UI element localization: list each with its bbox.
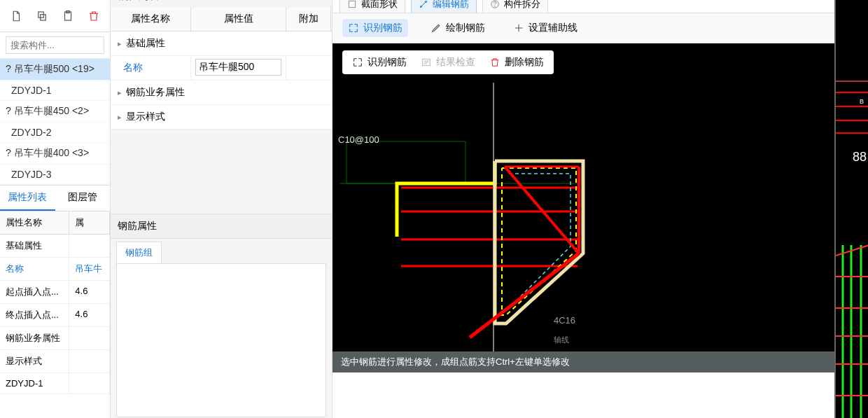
chevron-right-icon: ▸ <box>118 113 122 122</box>
rebar-body <box>116 263 326 417</box>
rebar-anno-2: 4C16 <box>554 315 575 326</box>
svg-rect-4 <box>349 1 355 7</box>
rebar-icon <box>419 0 428 9</box>
row-val[interactable] <box>69 350 110 372</box>
ribbon-label: 识别钢筋 <box>363 22 402 34</box>
svg-rect-12 <box>346 141 465 183</box>
left-toolbar <box>0 0 110 32</box>
chevron-right-icon: ▸ <box>118 88 122 97</box>
tree-item[interactable]: ? 吊车牛腿400 <3> <box>0 143 110 165</box>
prop-label: 名称 <box>111 56 191 80</box>
row-val[interactable]: 吊车牛 <box>69 258 110 280</box>
pencil-icon <box>430 22 442 34</box>
row-label: 显示样式 <box>0 350 69 372</box>
ribbon-set-guides[interactable]: 设置辅助线 <box>507 19 583 37</box>
ribbon-label: 设置辅助线 <box>528 22 578 34</box>
main-tabs: 截面形状 编辑钢筋 构件拆分 <box>332 0 868 13</box>
property-panel: 属性列表 属性名称 属性值 附加 ▸ 基础属性 名称 ▸ 钢筋业务属性 ▸ 显示… <box>111 0 332 418</box>
prop-name-input[interactable] <box>195 59 281 76</box>
shape-icon <box>347 0 357 9</box>
row-val[interactable] <box>69 327 110 349</box>
axis-anno: 轴线 <box>554 335 569 345</box>
row-label: 起点插入点... <box>0 281 69 303</box>
section-base[interactable]: ▸ 基础属性 <box>111 32 332 56</box>
col-header-name: 属性名称 <box>0 211 69 234</box>
section-label: 基础属性 <box>126 37 165 50</box>
rebar-panel: 钢筋属性 钢筋组 <box>111 214 332 417</box>
guide-icon <box>513 22 524 34</box>
left-property-table: 属性名称 属 基础属性 名称吊车牛 起点插入点...4.6 终点插入点...4.… <box>0 211 110 394</box>
row-label: 基础属性 <box>0 235 69 257</box>
new-doc-button[interactable] <box>4 6 27 27</box>
ribbon-recognize-rebar[interactable]: 识别钢筋 <box>342 19 408 37</box>
tree-item[interactable]: ? 吊车牛腿450 <2> <box>0 101 110 123</box>
section-label: 显示样式 <box>126 111 165 123</box>
section-display[interactable]: ▸ 显示样式 <box>111 105 332 130</box>
question-icon <box>490 0 500 9</box>
component-tree: ? 吊车牛腿500 <19> ZDYJD-1 ? 吊车牛腿450 <2> ZDY… <box>0 59 110 185</box>
col-header-ext: 附加 <box>286 7 331 31</box>
property-table-head: 属性名称 属性值 附加 <box>111 7 332 32</box>
col-header-val: 属性值 <box>191 7 286 31</box>
tab-label: 构件拆分 <box>504 0 540 11</box>
svg-text:B: B <box>860 98 864 105</box>
prop-row-name: 名称 <box>111 56 332 81</box>
recognize-icon <box>348 22 359 34</box>
paste-button[interactable] <box>57 6 80 27</box>
tree-item[interactable]: ZDYJD-3 <box>0 165 110 185</box>
col-header-name: 属性名称 <box>111 7 191 31</box>
col-header-val: 属 <box>69 211 110 234</box>
delete-button[interactable] <box>83 6 106 27</box>
tab-section-shape[interactable]: 截面形状 <box>340 0 405 13</box>
component-list-panel: ? 吊车牛腿500 <19> ZDYJD-1 ? 吊车牛腿450 <2> ZDY… <box>0 0 111 418</box>
cad-drawing <box>332 43 836 372</box>
model-view-edge: B 88 <box>834 0 868 418</box>
row-val[interactable] <box>69 373 110 393</box>
tab-properties[interactable]: 属性列表 <box>0 186 55 211</box>
rebar-anno-1: C10@100 <box>338 134 379 145</box>
tab-layers[interactable]: 图层管 <box>55 186 111 211</box>
panel-title: 属性列表 <box>119 0 158 3</box>
tab-edit-rebar[interactable]: 编辑钢筋 <box>411 0 477 13</box>
search-input[interactable] <box>6 36 104 54</box>
section-rebar[interactable]: ▸ 钢筋业务属性 <box>111 81 332 105</box>
cad-viewport[interactable]: 识别钢筋 结果检查 删除钢筋 <box>332 43 868 372</box>
rebar-panel-title: 钢筋属性 <box>111 214 332 239</box>
rebar-tab-group[interactable]: 钢筋组 <box>116 242 162 263</box>
dimension-number: 88 <box>853 150 867 165</box>
row-val[interactable]: 4.6 <box>69 281 110 303</box>
property-panel-header: 属性列表 <box>111 0 332 7</box>
search-row <box>0 32 110 59</box>
row-label: 钢筋业务属性 <box>0 327 69 349</box>
row-label: 终点插入点... <box>0 304 69 326</box>
copy-button[interactable] <box>30 6 53 27</box>
left-tabs: 属性列表 图层管 <box>0 185 110 211</box>
row-label: ZDYJD-1 <box>0 373 69 393</box>
tab-label: 截面形状 <box>361 0 398 11</box>
row-val[interactable] <box>69 235 110 257</box>
row-label: 名称 <box>0 258 69 280</box>
status-bar: 选中钢筋进行属性修改，成组点筋支持Ctrl+左键单选修改 <box>332 351 868 372</box>
chevron-down-icon: ▸ <box>118 39 122 48</box>
ribbon-draw-rebar[interactable]: 绘制钢筋 <box>425 19 491 37</box>
tree-item[interactable]: ZDYJD-2 <box>0 123 110 143</box>
main-area: 截面形状 编辑钢筋 构件拆分 识别钢筋 绘制钢筋 设置辅助线 <box>332 0 868 418</box>
left-table-head: 属性名称 属 <box>0 211 110 235</box>
ribbon-label: 绘制钢筋 <box>446 22 485 34</box>
model-edge-svg: B <box>836 0 868 418</box>
tab-label: 编辑钢筋 <box>433 0 469 11</box>
tree-item[interactable]: ZDYJD-1 <box>0 81 110 101</box>
tree-item[interactable]: ? 吊车牛腿500 <19> <box>0 59 110 81</box>
ribbon: 识别钢筋 绘制钢筋 设置辅助线 <box>332 13 868 43</box>
row-val[interactable]: 4.6 <box>69 304 110 326</box>
section-label: 钢筋业务属性 <box>126 86 185 99</box>
svg-point-8 <box>495 6 496 7</box>
tab-split-component[interactable]: 构件拆分 <box>482 0 548 13</box>
status-text: 选中钢筋进行属性修改，成组点筋支持Ctrl+左键单选修改 <box>341 356 570 368</box>
